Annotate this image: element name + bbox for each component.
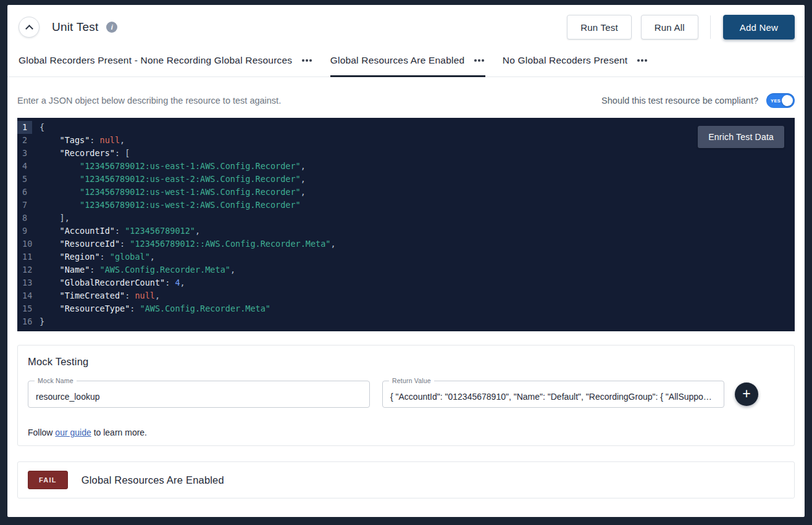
code-line-text: ], bbox=[32, 212, 70, 225]
code-line-text: "Name": "AWS.Config.Recorder.Meta", bbox=[32, 263, 235, 276]
line-number: 15 bbox=[17, 302, 32, 315]
toggle-label: YES bbox=[771, 98, 781, 104]
line-number: 7 bbox=[17, 199, 32, 212]
code-line[interactable]: 13 "GlobalRecorderCount": 4, bbox=[17, 276, 795, 289]
editor-subbar: Enter a JSON object below describing the… bbox=[7, 77, 805, 118]
mock-name-field: Mock Name bbox=[28, 381, 370, 408]
code-line[interactable]: 8 ], bbox=[17, 212, 795, 225]
mock-testing-title: Mock Testing bbox=[28, 356, 784, 368]
line-number: 1 bbox=[17, 121, 32, 134]
add-new-button[interactable]: Add New bbox=[723, 15, 795, 39]
follow-prefix: Follow bbox=[28, 428, 52, 437]
code-line[interactable]: 7 "123456789012:us-west-2:AWS.Config.Rec… bbox=[17, 199, 795, 212]
code-line[interactable]: 9 "AccountId": "123456789012", bbox=[17, 225, 795, 238]
line-number: 13 bbox=[17, 276, 32, 289]
return-value-input[interactable] bbox=[383, 381, 724, 407]
test-tabs: Global Recorders Present - None Recordin… bbox=[7, 47, 805, 77]
tab-no-global-recoders-present[interactable]: No Global Recoders Present bbox=[503, 47, 648, 77]
code-line-text: "Region": "global", bbox=[32, 250, 155, 263]
code-line[interactable]: 11 "Region": "global", bbox=[17, 250, 795, 263]
code-line-text: "123456789012:us-east-1:AWS.Config.Recor… bbox=[32, 160, 306, 173]
code-line[interactable]: 10 "ResourceId": "123456789012::AWS.Conf… bbox=[17, 238, 795, 250]
page-title: Unit Test bbox=[52, 20, 98, 34]
code-line[interactable]: 16} bbox=[17, 315, 795, 328]
run-all-button[interactable]: Run All bbox=[641, 15, 698, 39]
code-line-text: "AccountId": "123456789012", bbox=[32, 225, 200, 238]
code-line-text: "ResourceId": "123456789012::AWS.Config.… bbox=[32, 238, 336, 250]
toggle-knob bbox=[782, 95, 793, 106]
fail-status-badge: FAIL bbox=[28, 471, 68, 489]
line-number: 11 bbox=[17, 250, 32, 263]
mock-fields-row: Mock NameReturn Value+ bbox=[28, 381, 784, 408]
code-line[interactable]: 4 "123456789012:us-east-1:AWS.Config.Rec… bbox=[17, 160, 795, 173]
plus-icon: + bbox=[742, 387, 750, 401]
code-line[interactable]: 6 "123456789012:us-west-1:AWS.Config.Rec… bbox=[17, 186, 795, 199]
collapse-button[interactable] bbox=[19, 17, 40, 38]
json-editor-content[interactable]: 1{2 "Tags": null,3 "Recorders": [4 "1234… bbox=[17, 121, 795, 328]
guide-link[interactable]: our guide bbox=[55, 428, 91, 437]
code-line-text: { bbox=[32, 121, 44, 134]
follow-guide-text: Follow our guide to learn more. bbox=[28, 428, 784, 437]
line-number: 8 bbox=[17, 212, 32, 225]
tab-label: Global Recorders Present - None Recordin… bbox=[19, 55, 292, 66]
code-line[interactable]: 15 "ResourceType": "AWS.Config.Recorder.… bbox=[17, 302, 795, 315]
return-value-label: Return Value bbox=[389, 377, 434, 384]
compliant-control: Should this test resource be compliant? … bbox=[601, 93, 795, 108]
unit-test-card: Unit Test i Run Test Run All Add New Glo… bbox=[7, 5, 805, 517]
ellipsis-icon[interactable] bbox=[636, 57, 648, 64]
result-test-name: Global Resources Are Enabled bbox=[82, 474, 224, 486]
line-number: 2 bbox=[17, 134, 32, 147]
code-line-text: "Recorders": [ bbox=[32, 147, 130, 160]
code-line[interactable]: 12 "Name": "AWS.Config.Recorder.Meta", bbox=[17, 263, 795, 276]
code-line[interactable]: 2 "Tags": null, bbox=[17, 134, 795, 147]
code-line-text: "123456789012:us-east-2:AWS.Config.Recor… bbox=[32, 173, 306, 186]
instruction-text: Enter a JSON object below describing the… bbox=[17, 96, 281, 105]
mock-name-input[interactable] bbox=[28, 381, 369, 407]
tab-label: No Global Recoders Present bbox=[503, 55, 628, 66]
header-divider bbox=[710, 15, 711, 39]
code-line[interactable]: 5 "123456789012:us-east-2:AWS.Config.Rec… bbox=[17, 173, 795, 186]
follow-suffix: to learn more. bbox=[94, 428, 147, 437]
json-editor[interactable]: 1{2 "Tags": null,3 "Recorders": [4 "1234… bbox=[17, 118, 795, 331]
code-line-text: "TimeCreated": null, bbox=[32, 289, 160, 302]
ellipsis-icon[interactable] bbox=[301, 57, 313, 64]
code-line-text: "Tags": null, bbox=[32, 134, 125, 147]
line-number: 3 bbox=[17, 147, 32, 160]
code-line[interactable]: 3 "Recorders": [ bbox=[17, 147, 795, 160]
tab-label: Global Resources Are Enabled bbox=[330, 55, 465, 66]
info-icon[interactable]: i bbox=[106, 22, 117, 33]
mock-testing-panel: Mock Testing Mock NameReturn Value+ Foll… bbox=[17, 345, 795, 446]
code-line-text: } bbox=[32, 315, 44, 328]
line-number: 5 bbox=[17, 173, 32, 186]
code-line-text: "ResourceType": "AWS.Config.Recorder.Met… bbox=[32, 302, 270, 315]
run-test-button[interactable]: Run Test bbox=[567, 15, 632, 39]
code-line[interactable]: 1{ bbox=[17, 121, 795, 134]
tab-global-resources-are-enabled[interactable]: Global Resources Are Enabled bbox=[330, 47, 485, 77]
tab-global-recorders-present-none-recording-global-resources[interactable]: Global Recorders Present - None Recordin… bbox=[19, 47, 313, 77]
code-line-text: "123456789012:us-west-1:AWS.Config.Recor… bbox=[32, 186, 306, 199]
mock-name-label: Mock Name bbox=[35, 377, 77, 384]
return-value-field: Return Value bbox=[382, 381, 724, 408]
line-number: 6 bbox=[17, 186, 32, 199]
header: Unit Test i Run Test Run All Add New bbox=[7, 5, 805, 47]
line-number: 14 bbox=[17, 289, 32, 302]
code-line-text: "123456789012:us-west-2:AWS.Config.Recor… bbox=[32, 199, 301, 212]
compliant-toggle[interactable]: YES bbox=[766, 93, 795, 108]
line-number: 4 bbox=[17, 160, 32, 173]
compliant-question: Should this test resource be compliant? bbox=[601, 96, 758, 105]
code-line[interactable]: 14 "TimeCreated": null, bbox=[17, 289, 795, 302]
chevron-up-icon bbox=[25, 25, 33, 33]
ellipsis-icon[interactable] bbox=[473, 57, 485, 64]
line-number: 16 bbox=[17, 315, 32, 328]
line-number: 10 bbox=[17, 238, 32, 250]
add-mock-button[interactable]: + bbox=[735, 382, 758, 406]
test-result-panel: FAIL Global Resources Are Enabled bbox=[17, 461, 795, 498]
code-line-text: "GlobalRecorderCount": 4, bbox=[32, 276, 185, 289]
line-number: 9 bbox=[17, 225, 32, 238]
enrich-test-data-button[interactable]: Enrich Test Data bbox=[698, 126, 784, 148]
line-number: 12 bbox=[17, 263, 32, 276]
